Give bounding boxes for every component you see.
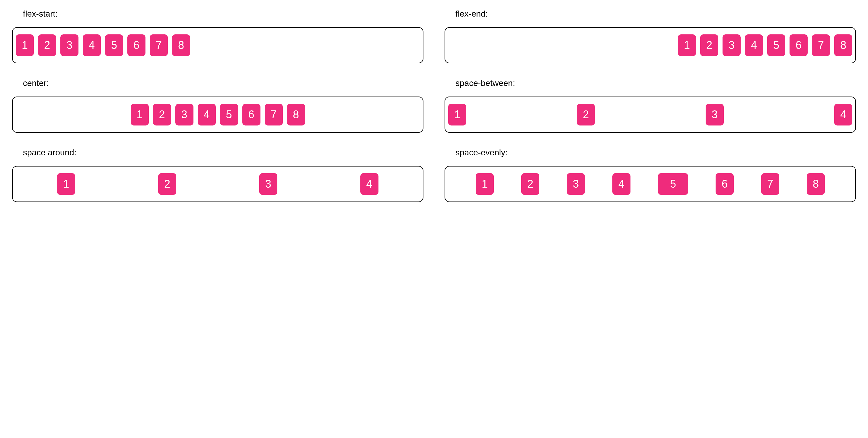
flex-item: 5 — [220, 104, 238, 126]
flex-item: 3 — [706, 104, 724, 126]
flex-item: 3 — [175, 104, 193, 126]
flex-item: 8 — [287, 104, 305, 126]
flex-item: 3 — [60, 34, 79, 56]
flex-item: 4 — [360, 173, 378, 195]
flex-item: 4 — [612, 173, 630, 195]
flex-item: 2 — [521, 173, 539, 195]
flex-item: 2 — [158, 173, 176, 195]
label-center: center: — [23, 78, 424, 88]
flex-item: 6 — [127, 34, 146, 56]
flex-item: 1 — [476, 173, 494, 195]
example-space-evenly: space-evenly: 1 2 3 4 5 6 7 8 — [444, 148, 856, 202]
container-center: 1 2 3 4 5 6 7 8 — [12, 97, 424, 133]
label-space-evenly: space-evenly: — [456, 148, 856, 158]
flex-item: 6 — [789, 34, 808, 56]
flex-item: 2 — [153, 104, 171, 126]
example-center: center: 1 2 3 4 5 6 7 8 — [12, 78, 424, 133]
flex-item: 4 — [834, 104, 852, 126]
flex-item: 8 — [834, 34, 852, 56]
flex-item: 7 — [812, 34, 830, 56]
label-space-around: space around: — [23, 148, 424, 158]
container-flex-start: 1 2 3 4 5 6 7 8 — [12, 27, 424, 63]
container-space-between: 1 2 3 4 — [444, 97, 856, 133]
flex-item: 3 — [722, 34, 741, 56]
flex-item: 7 — [150, 34, 168, 56]
flex-item: 6 — [716, 173, 734, 195]
flex-item: 2 — [577, 104, 595, 126]
container-flex-end: 1 2 3 4 5 6 7 8 — [444, 27, 856, 63]
flex-item: 5 — [767, 34, 785, 56]
container-space-evenly: 1 2 3 4 5 6 7 8 — [444, 166, 856, 202]
flex-item: 8 — [807, 173, 825, 195]
flex-item: 4 — [198, 104, 216, 126]
flex-item: 3 — [567, 173, 585, 195]
flex-item: 2 — [700, 34, 718, 56]
container-space-around: 1 2 3 4 — [12, 166, 424, 202]
flex-item: 4 — [745, 34, 763, 56]
flex-item-wide: 5 — [658, 173, 688, 195]
flex-item: 4 — [83, 34, 101, 56]
label-space-between: space-between: — [456, 78, 856, 88]
example-space-between: space-between: 1 2 3 4 — [444, 78, 856, 133]
flex-item: 5 — [105, 34, 123, 56]
flex-item: 1 — [16, 34, 34, 56]
flex-item: 2 — [38, 34, 56, 56]
example-flex-start: flex-start: 1 2 3 4 5 6 7 8 — [12, 9, 424, 63]
flex-item: 1 — [448, 104, 466, 126]
flex-item: 1 — [57, 173, 75, 195]
flex-justify-examples-grid: flex-start: 1 2 3 4 5 6 7 8 flex-end: 1 … — [12, 9, 856, 202]
label-flex-start: flex-start: — [23, 9, 424, 19]
flex-item: 8 — [172, 34, 190, 56]
flex-item: 3 — [259, 173, 277, 195]
label-flex-end: flex-end: — [456, 9, 856, 19]
flex-item: 1 — [131, 104, 149, 126]
example-flex-end: flex-end: 1 2 3 4 5 6 7 8 — [444, 9, 856, 63]
flex-item: 7 — [761, 173, 779, 195]
example-space-around: space around: 1 2 3 4 — [12, 148, 424, 202]
flex-item: 7 — [265, 104, 283, 126]
flex-item: 1 — [678, 34, 696, 56]
flex-item: 6 — [242, 104, 260, 126]
